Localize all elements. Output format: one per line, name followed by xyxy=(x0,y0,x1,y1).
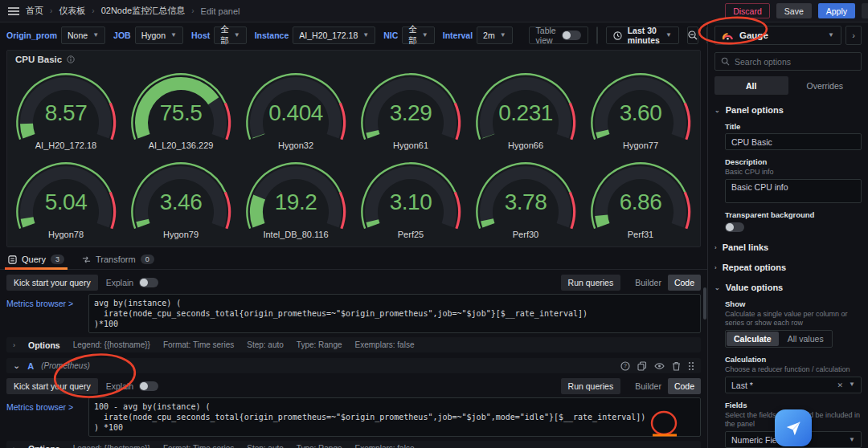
eye-icon[interactable] xyxy=(654,361,665,371)
gauge-hygon66[interactable]: 0.231Hygon66 xyxy=(469,68,583,154)
variable-host[interactable]: Host 全部▼ xyxy=(191,26,247,44)
chevron-down-icon: ⌄ xyxy=(714,284,720,291)
transparent-background-toggle[interactable] xyxy=(725,222,744,232)
options-search[interactable] xyxy=(714,52,862,71)
table-view-toggle[interactable]: Table view xyxy=(529,26,588,44)
transform-count-badge: 0 xyxy=(141,255,154,264)
gauge-perf30[interactable]: 3.78Perf30 xyxy=(469,157,583,243)
gauge-perf31[interactable]: 6.86Perf31 xyxy=(583,157,698,243)
tab-transform[interactable]: Transform 0 xyxy=(82,250,154,269)
description-hint: Basic CPU info xyxy=(725,168,862,177)
discard-button[interactable]: Discard xyxy=(725,3,770,18)
query-a-toolbar: Kick start your query Explain Run querie… xyxy=(6,378,701,394)
apply-button[interactable]: Apply xyxy=(818,3,855,18)
breadcrumb-separator: › xyxy=(92,6,94,15)
transparent-background-label: Transparent background xyxy=(725,210,862,219)
visualization-picker[interactable]: Gauge ▼ xyxy=(714,26,841,45)
gauge-intel-db[interactable]: 19.2Intel_DB_80.116 xyxy=(239,157,353,243)
chevron-right-icon: › xyxy=(714,264,717,271)
breadcrumb-edit-panel: Edit panel xyxy=(201,6,240,16)
builder-option[interactable]: Builder xyxy=(628,278,668,287)
code-option[interactable]: Code xyxy=(668,378,701,394)
trash-icon[interactable] xyxy=(672,361,681,371)
variable-origin-prom[interactable]: Origin_prom None▼ xyxy=(6,26,105,44)
promql-editor[interactable]: 100 - avg by(instance) ( irate(node_cpu_… xyxy=(88,397,701,437)
gauge-hygon78[interactable]: 5.04Hygon78 xyxy=(9,157,123,243)
run-queries-button[interactable]: Run queries xyxy=(561,378,621,394)
gauge-grid: 8.57AI_H20_172.18 75.5AI_L20_136.229 0.4… xyxy=(7,68,700,243)
section-repeat-options[interactable]: › Repeat options xyxy=(714,263,862,272)
gauge-perf25[interactable]: 3.10Perf25 xyxy=(354,157,468,243)
section-value-options[interactable]: ⌄ Value options xyxy=(714,283,862,292)
chevron-right-icon: › xyxy=(13,341,15,349)
search-input[interactable] xyxy=(735,57,839,67)
svg-text:?: ? xyxy=(624,363,627,369)
gauge-hygon32[interactable]: 0.404Hygon32 xyxy=(239,68,353,154)
gauge-viz-icon xyxy=(722,31,734,40)
kick-start-button[interactable]: Kick start your query xyxy=(6,275,98,291)
metrics-browser-link[interactable]: Metrics browser > xyxy=(6,397,80,412)
query-a-code-row: Metrics browser > 100 - avg by(instance)… xyxy=(6,397,701,437)
query-editor: Query 3 Transform 0 Kick start your quer… xyxy=(0,247,707,448)
variable-job[interactable]: JOB Hygon▼ xyxy=(113,26,183,44)
drag-handle-icon[interactable] xyxy=(688,361,694,371)
panel-title: CPU Basic xyxy=(15,55,62,64)
explain-toggle[interactable] xyxy=(139,278,158,287)
promql-editor[interactable]: avg by(instance) ( irate(node_cpu_second… xyxy=(88,294,701,333)
tab-all[interactable]: All xyxy=(714,76,788,95)
info-icon[interactable] xyxy=(67,55,75,63)
main-area: Origin_prom None▼ JOB Hygon▼ Host 全部▼ In… xyxy=(0,22,707,448)
gauge-hygon79[interactable]: 3.46Hygon79 xyxy=(124,157,238,243)
breadcrumb-dashboards[interactable]: 仪表板 xyxy=(59,5,85,17)
hamburger-menu-icon[interactable] xyxy=(8,6,19,16)
chevron-down-icon[interactable]: ⌄ xyxy=(13,360,20,371)
description-textarea[interactable]: Basic CPU info xyxy=(725,179,862,203)
tab-query[interactable]: Query 3 xyxy=(8,250,64,269)
save-button[interactable]: Save xyxy=(776,3,812,18)
zoom-out-button[interactable] xyxy=(687,26,698,44)
title-input[interactable]: CPU Basic xyxy=(725,133,862,150)
explain-toggle[interactable] xyxy=(139,381,158,391)
query-top-options: › Options Legend: {{hostname}} Format: T… xyxy=(6,337,701,352)
partial-button[interactable] xyxy=(862,3,868,18)
section-panel-options[interactable]: ⌄ Panel options xyxy=(714,105,862,115)
variable-instance[interactable]: Instance AI_H20_172.18▼ xyxy=(255,26,376,44)
variable-nic[interactable]: NIC 全部▼ xyxy=(383,26,435,44)
gauge-hygon61[interactable]: 3.29Hygon61 xyxy=(354,68,468,154)
chevron-down-icon: ▼ xyxy=(234,32,240,39)
clear-icon[interactable]: ✕ xyxy=(837,381,844,389)
gauge-hygon77[interactable]: 3.60Hygon77 xyxy=(583,68,698,154)
section-panel-links[interactable]: › Panel links xyxy=(714,242,862,252)
builder-code-segment: Builder Code xyxy=(628,378,701,394)
breadcrumb-home[interactable]: 首页 xyxy=(26,5,43,17)
collapse-pane-button[interactable]: › xyxy=(845,26,862,45)
search-icon xyxy=(721,57,730,66)
all-values-option[interactable]: All values xyxy=(780,332,831,346)
options-tabs: All Overrides xyxy=(714,76,862,95)
table-view-switch[interactable] xyxy=(562,31,581,40)
breadcrumb-dashboard-title[interactable]: 02Node监控汇总信息 xyxy=(101,5,186,17)
calculation-select[interactable]: Last * ✕▼ xyxy=(725,377,862,393)
top-nav: 首页 › 仪表板 › 02Node监控汇总信息 › Edit panel Dis… xyxy=(0,0,868,22)
calculation-label: Calculation xyxy=(725,355,862,364)
calculate-option[interactable]: Calculate xyxy=(727,332,779,346)
panel-header: CPU Basic xyxy=(7,51,700,68)
chevron-down-icon: ▼ xyxy=(665,32,672,39)
builder-option[interactable]: Builder xyxy=(628,381,668,391)
chevron-down-icon: ▼ xyxy=(849,437,855,443)
metrics-browser-link[interactable]: Metrics browser > xyxy=(6,294,80,308)
code-option[interactable]: Code xyxy=(668,275,701,291)
paper-plane-floating-button[interactable] xyxy=(775,409,812,446)
query-a-header[interactable]: ⌄ A (Prometheus) ? xyxy=(6,358,701,373)
tab-overrides[interactable]: Overrides xyxy=(788,76,862,95)
duplicate-query-icon[interactable] xyxy=(637,361,647,371)
query-top-toolbar: Kick start your query Explain Run querie… xyxy=(6,275,701,291)
run-queries-button[interactable]: Run queries xyxy=(561,275,621,291)
kick-start-button[interactable]: Kick start your query xyxy=(6,378,98,394)
variable-interval[interactable]: Interval 2m▼ xyxy=(443,26,513,44)
gauge-ai-l20[interactable]: 75.5AI_L20_136.229 xyxy=(124,68,238,154)
query-help-icon[interactable]: ? xyxy=(620,361,630,371)
gauge-ai-h20[interactable]: 8.57AI_H20_172.18 xyxy=(9,68,123,154)
scrollbar-thumb[interactable] xyxy=(703,287,706,320)
time-range-picker[interactable]: Last 30 minutes ▼ xyxy=(606,26,679,44)
